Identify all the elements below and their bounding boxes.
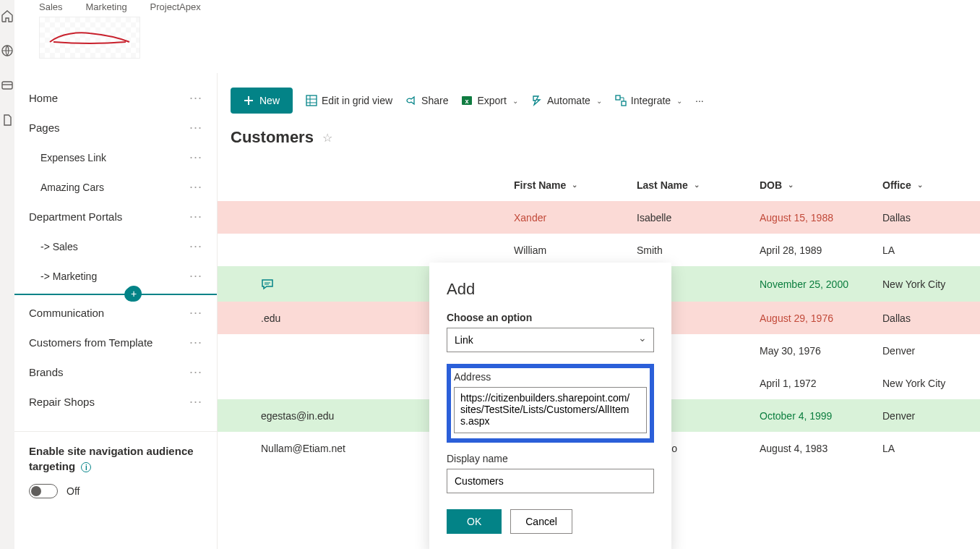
- choose-label: Choose an option: [447, 312, 654, 323]
- file-icon[interactable]: [0, 113, 14, 127]
- more-icon[interactable]: ···: [189, 209, 202, 224]
- more-icon[interactable]: ···: [189, 268, 202, 284]
- chevron-down-icon: ⌄: [572, 181, 577, 189]
- integrate-button[interactable]: Integrate⌄: [615, 95, 682, 106]
- top-link-sales[interactable]: Sales: [39, 1, 63, 12]
- add-link-dialog: Add Choose an option Link Address Displa…: [429, 263, 671, 549]
- nav-pages[interactable]: Pages···: [14, 113, 217, 142]
- col-last-name[interactable]: Last Name⌄: [637, 179, 760, 191]
- address-label: Address: [454, 371, 647, 383]
- more-icon[interactable]: ···: [189, 239, 202, 254]
- cell-office: LA: [882, 443, 980, 454]
- cell-email: Nullam@Etiam.net: [261, 443, 345, 454]
- svg-rect-10: [622, 101, 626, 106]
- nav-communication[interactable]: Communication···: [14, 298, 217, 328]
- chevron-down-icon: ⌄: [676, 97, 682, 105]
- toggle-label: Off: [66, 485, 79, 497]
- edit-grid-button[interactable]: Edit in grid view: [306, 95, 392, 106]
- svg-rect-3: [306, 95, 317, 106]
- chevron-down-icon: ⌄: [596, 97, 602, 105]
- favorite-star-icon[interactable]: ☆: [322, 131, 332, 145]
- cell-dob: November 25, 2000: [760, 278, 882, 290]
- home-icon[interactable]: [0, 9, 14, 23]
- cell-dob: August 15, 1988: [760, 212, 882, 224]
- col-first-name[interactable]: First Name⌄: [514, 179, 637, 191]
- top-link-marketing[interactable]: Marketing: [86, 1, 127, 12]
- info-icon[interactable]: i: [81, 462, 91, 472]
- site-logo[interactable]: [39, 17, 140, 59]
- automate-icon: [531, 95, 543, 106]
- insert-plus-icon[interactable]: +: [126, 286, 142, 302]
- cell-dob: April 28, 1989: [760, 244, 882, 256]
- more-icon[interactable]: ···: [189, 90, 202, 106]
- top-links: Sales Marketing ProjectApex: [39, 0, 980, 12]
- more-icon[interactable]: ···: [189, 120, 202, 135]
- more-icon[interactable]: ···: [189, 150, 202, 165]
- list-title: Customers: [231, 128, 314, 147]
- table-row[interactable]: XanderIsabelleAugust 15, 1988DallasHo: [218, 201, 980, 234]
- globe-icon[interactable]: [0, 43, 14, 58]
- ok-button[interactable]: OK: [447, 509, 502, 534]
- cell-office: Dallas: [882, 312, 980, 324]
- audience-toggle[interactable]: [29, 484, 58, 498]
- more-icon[interactable]: ···: [189, 335, 202, 350]
- nav-home[interactable]: Home···: [14, 83, 217, 113]
- more-icon[interactable]: ···: [189, 305, 202, 320]
- integrate-icon: [615, 95, 627, 106]
- cell-office: Denver: [882, 410, 980, 422]
- nav-department-portals[interactable]: Department Portals···: [14, 202, 217, 231]
- cancel-button[interactable]: Cancel: [510, 509, 572, 534]
- choose-select[interactable]: Link: [447, 328, 654, 352]
- cell-office: New York City: [882, 278, 980, 290]
- top-link-projectapex[interactable]: ProjectApex: [150, 1, 201, 12]
- cell-office: LA: [882, 244, 980, 256]
- audience-targeting: Enable site navigation audience targetin…: [14, 431, 217, 510]
- dialog-title: Add: [447, 280, 654, 299]
- sidebar-nav: Home··· Pages··· Expenses Link··· Amazin…: [14, 73, 218, 549]
- nav-marketing[interactable]: -> Marketing···: [14, 261, 217, 291]
- col-dob[interactable]: DOB⌄: [760, 179, 882, 191]
- nav-brands[interactable]: Brands···: [14, 357, 217, 387]
- cell-dob: October 4, 1999: [760, 410, 882, 422]
- more-icon[interactable]: ···: [189, 179, 202, 195]
- cell-office: New York City: [882, 378, 980, 389]
- card-icon[interactable]: [0, 78, 14, 93]
- cell-dob: August 4, 1983: [760, 443, 882, 454]
- new-button[interactable]: New: [231, 88, 293, 114]
- excel-icon: x: [461, 95, 473, 106]
- nav-repair-shops[interactable]: Repair Shops···: [14, 387, 217, 417]
- chevron-down-icon: ⌄: [788, 181, 794, 189]
- nav-customers-template[interactable]: Customers from Template···: [14, 328, 217, 357]
- grid-icon: [306, 95, 317, 106]
- chevron-down-icon: ⌄: [694, 181, 700, 189]
- export-button[interactable]: x Export⌄: [461, 95, 517, 106]
- svg-text:x: x: [465, 98, 469, 105]
- chevron-down-icon: ⌄: [917, 181, 923, 189]
- table-row[interactable]: WilliamSmithApril 28, 1989LAMa: [218, 234, 980, 266]
- cell-dob: April 1, 1972: [760, 378, 882, 389]
- share-button[interactable]: Share: [405, 95, 448, 106]
- nav-sales[interactable]: -> Sales···: [14, 231, 217, 261]
- cell-fn: Xander: [514, 212, 637, 224]
- display-name-label: Display name: [447, 453, 654, 464]
- more-icon[interactable]: ···: [189, 365, 202, 380]
- display-name-input[interactable]: [447, 469, 654, 493]
- address-highlight: Address: [447, 364, 654, 443]
- chevron-down-icon: ⌄: [512, 97, 518, 105]
- header: Sales Marketing ProjectApex: [14, 0, 980, 73]
- command-bar: New Edit in grid view Share x Export⌄: [218, 73, 980, 128]
- cell-dob: August 29, 1976: [760, 312, 882, 324]
- svg-rect-9: [616, 95, 620, 100]
- more-icon: ···: [695, 95, 704, 106]
- address-input[interactable]: [454, 387, 647, 433]
- overflow-button[interactable]: ···: [695, 95, 704, 106]
- insert-divider: [14, 294, 217, 295]
- table-header: First Name⌄ Last Name⌄ DOB⌄ Office⌄ Curr…: [218, 169, 980, 201]
- automate-button[interactable]: Automate⌄: [531, 95, 602, 106]
- audience-title: Enable site navigation audience targetin…: [29, 443, 202, 474]
- nav-expenses-link[interactable]: Expenses Link···: [14, 142, 217, 172]
- col-office[interactable]: Office⌄: [882, 179, 980, 191]
- more-icon[interactable]: ···: [189, 394, 202, 409]
- nav-amazing-cars[interactable]: Amazing Cars···: [14, 172, 217, 202]
- work-area: New Edit in grid view Share x Export⌄: [218, 73, 980, 549]
